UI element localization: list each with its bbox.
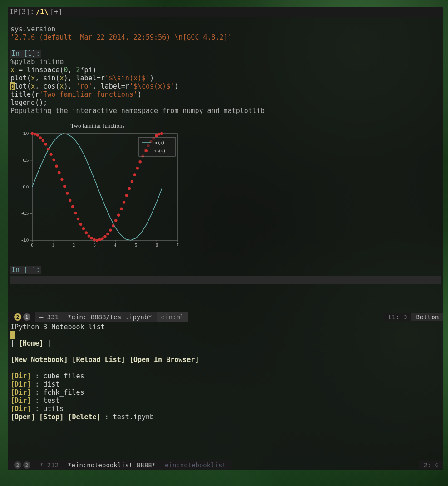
- svg-point-41: [69, 199, 71, 202]
- modeline-modified: * 212: [35, 460, 63, 470]
- window-badge: 1: [23, 313, 30, 321]
- empty-cell[interactable]: In [ ]:: [8, 258, 443, 284]
- chart-title: Two familiar functions: [14, 122, 181, 129]
- reload-list-button[interactable]: [Reload List]: [72, 356, 125, 364]
- svg-text:4: 4: [114, 243, 116, 248]
- output-line: '2.7.6 (default, Mar 22 2014, 22:59:56) …: [10, 33, 232, 41]
- notebooklist-title: IPython 3 Notebook list: [10, 323, 441, 331]
- svg-text:2: 2: [73, 243, 75, 248]
- svg-point-32: [44, 143, 47, 145]
- output-line: sys.version: [10, 25, 55, 33]
- modeline-location: Bottom: [411, 313, 443, 321]
- svg-point-52: [98, 238, 101, 241]
- notebook-buffer[interactable]: sys.version '2.7.6 (default, Mar 22 2014…: [8, 17, 443, 115]
- window-badge: 2: [23, 461, 30, 469]
- cell-body[interactable]: [10, 276, 441, 284]
- svg-point-65: [133, 173, 136, 176]
- svg-point-56: [109, 228, 112, 231]
- list-item[interactable]: [Dir] : test: [10, 397, 441, 405]
- code-line: plot(x, cos(x), 'ro', label=r'$\cos(x)$'…: [10, 82, 178, 90]
- delete-button[interactable]: [Delete]: [68, 413, 100, 421]
- modeline-notebook: 2 1 – 331 *ein: 8888/test.ipynb* ein:ml …: [8, 312, 443, 322]
- cell-prompt: In [ ]:: [10, 266, 41, 274]
- svg-point-57: [112, 224, 114, 227]
- modeline-major-mode: ein:notebooklist: [160, 460, 231, 470]
- svg-text:0: 0: [31, 243, 34, 248]
- cursor: [10, 331, 15, 339]
- open-in-browser-button[interactable]: [Open In Browser]: [129, 356, 199, 364]
- svg-point-35: [52, 158, 55, 161]
- svg-point-53: [101, 237, 103, 240]
- svg-point-79: [145, 149, 148, 152]
- svg-text:5: 5: [135, 243, 137, 248]
- tab-prefix: IP[3]:: [10, 8, 34, 16]
- window-badge: 2: [14, 313, 21, 321]
- tab-bar: IP[3]: /1\ [+]: [8, 7, 443, 17]
- code-line: legend();: [10, 99, 47, 107]
- modeline-position: 11: 0: [383, 313, 411, 321]
- modeline-notebooklist: 2 2 * 212 *ein:notebooklist 8888* ein:no…: [8, 460, 443, 470]
- svg-point-29: [36, 134, 39, 136]
- svg-point-36: [55, 164, 58, 167]
- svg-point-47: [85, 231, 88, 234]
- svg-text:7: 7: [177, 243, 179, 248]
- svg-text:1.0: 1.0: [23, 131, 29, 136]
- output-line: Populating the interactive namespace fro…: [10, 107, 265, 115]
- svg-point-73: [155, 134, 158, 137]
- list-item[interactable]: [Dir] : dist: [10, 380, 441, 388]
- list-item: [Open] [Stop] [Delete] : test.ipynb: [10, 413, 441, 421]
- code-line: x = linspace(0, 2*pi): [10, 66, 97, 74]
- list-item[interactable]: [Dir] : fchk_files: [10, 388, 441, 397]
- tab-active[interactable]: /1\: [36, 8, 48, 16]
- chart: Two familiar functions 01234567-1.0-0.50…: [11, 119, 184, 254]
- code-line: plot(x, sin(x), label=r'$\sin(x)$'): [10, 74, 154, 82]
- svg-point-59: [117, 214, 120, 217]
- code-line: %pylab inline: [10, 58, 64, 66]
- list-item[interactable]: [Dir] : utils: [10, 405, 441, 413]
- svg-text:0.5: 0.5: [23, 158, 29, 163]
- chart-plot: 01234567-1.0-0.50.00.51.0sin(x)cos(x): [14, 131, 182, 249]
- new-notebook-button[interactable]: [New Notebook]: [10, 356, 68, 364]
- svg-point-43: [74, 212, 77, 214]
- svg-text:cos(x): cos(x): [153, 148, 165, 154]
- cursor: p: [10, 82, 15, 90]
- modeline-buffer-name: *ein: 8888/test.ipynb*: [63, 312, 156, 322]
- list-item[interactable]: [Dir] : cube_files: [10, 372, 441, 380]
- home-link[interactable]: [Home]: [19, 339, 43, 347]
- svg-point-60: [120, 207, 123, 210]
- svg-point-34: [49, 153, 52, 156]
- tab-new[interactable]: [+]: [50, 8, 62, 16]
- svg-point-51: [95, 239, 98, 242]
- svg-point-58: [114, 219, 117, 222]
- svg-text:1: 1: [52, 243, 54, 248]
- modeline-modified: – 331: [35, 312, 63, 322]
- open-button[interactable]: [Open]: [10, 413, 35, 421]
- code-line: title(r'Two familiar functions'): [10, 90, 142, 99]
- modeline-major-mode: ein:ml: [157, 312, 189, 322]
- stop-button[interactable]: [Stop]: [39, 413, 64, 421]
- svg-point-54: [103, 235, 106, 238]
- modeline-position: 2: 0: [419, 461, 443, 469]
- notebooklist-buffer[interactable]: IPython 3 Notebook list | [Home] | [New …: [8, 322, 443, 460]
- svg-point-31: [42, 139, 44, 142]
- svg-point-46: [82, 227, 85, 230]
- svg-point-27: [31, 132, 34, 135]
- svg-point-63: [128, 187, 131, 190]
- window-badge: 2: [14, 461, 21, 469]
- svg-text:-1.0: -1.0: [21, 238, 29, 243]
- svg-point-75: [160, 132, 163, 135]
- svg-text:-0.5: -0.5: [21, 211, 29, 216]
- svg-point-50: [93, 238, 95, 241]
- svg-point-38: [60, 178, 63, 181]
- svg-text:3: 3: [94, 243, 96, 248]
- modeline-buffer-name: *ein:notebooklist 8888*: [63, 460, 160, 470]
- cell-prompt: In [1]:: [10, 50, 41, 58]
- svg-point-48: [88, 234, 90, 237]
- svg-text:sin(x): sin(x): [153, 139, 164, 145]
- svg-point-33: [47, 148, 49, 150]
- svg-point-64: [131, 180, 133, 183]
- nb-actions: [New Notebook] [Reload List] [Open In Br…: [10, 356, 441, 364]
- svg-point-37: [58, 171, 60, 174]
- emacs-frame: IP[3]: /1\ [+] sys.version '2.7.6 (defau…: [8, 7, 443, 470]
- svg-point-39: [63, 185, 66, 188]
